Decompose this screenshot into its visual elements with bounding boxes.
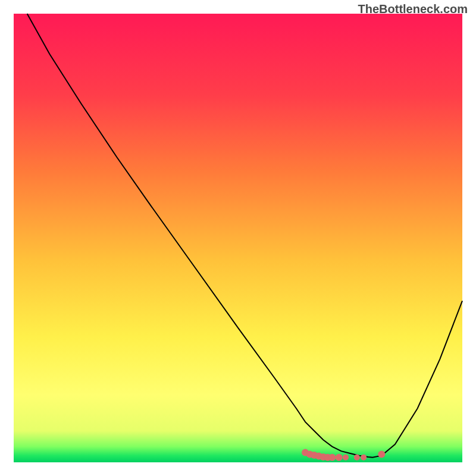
marker-dot	[361, 455, 367, 461]
marker-dot	[343, 455, 349, 461]
watermark-text: TheBottleneck.com	[358, 2, 468, 16]
chart-overlay	[14, 14, 462, 462]
bottleneck-curve	[27, 14, 462, 458]
marker-dot	[378, 450, 385, 458]
marker-dot	[336, 454, 343, 461]
chart-plot-area	[14, 14, 462, 462]
marker-dot	[354, 455, 360, 461]
marker-dot	[328, 454, 336, 461]
optimal-zone-markers	[302, 449, 385, 461]
